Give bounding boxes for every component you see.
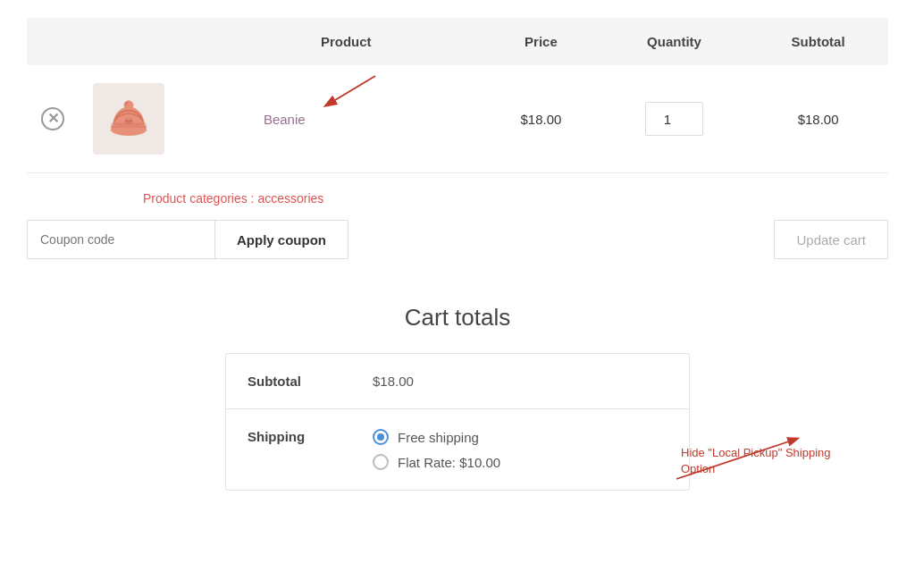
quantity-cell bbox=[600, 65, 748, 173]
shipping-label: Shipping bbox=[248, 429, 373, 444]
remove-cell: ✕ bbox=[27, 65, 79, 173]
subtotal-row: Subtotal $18.00 bbox=[226, 354, 689, 409]
col-image bbox=[79, 18, 249, 65]
svg-point-8 bbox=[130, 121, 131, 122]
col-price: Price bbox=[482, 18, 600, 65]
flat-rate-label: Flat Rate: $10.00 bbox=[398, 455, 500, 470]
product-name-cell: Beanie bbox=[249, 65, 482, 173]
shipping-option-flat[interactable]: Flat Rate: $10.00 bbox=[373, 454, 667, 470]
shipping-options: Free shipping Flat Rate: $10.00 bbox=[373, 429, 667, 470]
shipping-annotation-note: Hide "Local Pickup" Shipping Option bbox=[681, 445, 833, 477]
radio-flat-rate[interactable] bbox=[373, 454, 389, 470]
product-name-link[interactable]: Beanie bbox=[264, 112, 306, 127]
cart-row: ✕ bbox=[27, 65, 888, 173]
svg-rect-6 bbox=[125, 119, 133, 124]
cart-totals-box: Subtotal $18.00 Shipping Free shipping F… bbox=[225, 353, 690, 491]
product-annotation: Beanie bbox=[264, 112, 467, 127]
free-shipping-label: Free shipping bbox=[398, 430, 479, 445]
remove-item-button[interactable]: ✕ bbox=[41, 107, 64, 130]
update-cart-button[interactable]: Update cart bbox=[774, 220, 888, 259]
svg-point-7 bbox=[126, 121, 128, 122]
col-subtotal: Subtotal bbox=[748, 18, 888, 65]
col-quantity: Quantity bbox=[600, 18, 748, 65]
apply-coupon-button[interactable]: Apply coupon bbox=[214, 220, 348, 259]
product-arrow-annotation bbox=[317, 71, 389, 116]
subtotal-label: Subtotal bbox=[248, 374, 373, 389]
svg-line-9 bbox=[326, 76, 375, 105]
product-image-cell bbox=[79, 65, 249, 173]
beanie-image bbox=[105, 95, 153, 143]
coupon-left: Apply coupon bbox=[27, 220, 348, 259]
price-cell: $18.00 bbox=[482, 65, 600, 173]
cart-totals-title: Cart totals bbox=[405, 304, 511, 332]
close-icon: ✕ bbox=[47, 112, 59, 126]
page-container: Product Price Quantity Subtotal ✕ bbox=[0, 0, 915, 508]
product-thumbnail bbox=[93, 83, 164, 155]
coupon-code-input[interactable] bbox=[27, 220, 214, 259]
cart-table: Product Price Quantity Subtotal ✕ bbox=[27, 18, 888, 173]
product-categories-note: Product categories : accessories bbox=[143, 191, 888, 206]
coupon-row: Apply coupon Update cart bbox=[27, 220, 888, 259]
radio-free-shipping[interactable] bbox=[373, 429, 389, 445]
col-product: Product bbox=[249, 18, 482, 65]
shipping-options-container: Free shipping Flat Rate: $10.00 Hide "Lo… bbox=[373, 429, 667, 470]
subtotal-cell: $18.00 bbox=[748, 65, 888, 173]
svg-point-4 bbox=[124, 102, 129, 106]
shipping-option-free[interactable]: Free shipping bbox=[373, 429, 667, 445]
subtotal-value: $18.00 bbox=[373, 374, 667, 389]
quantity-input[interactable] bbox=[645, 102, 703, 136]
col-remove bbox=[27, 18, 79, 65]
shipping-row: Shipping Free shipping Flat Rate: $10.00 bbox=[226, 409, 689, 490]
cart-totals-section: Cart totals Subtotal $18.00 Shipping Fre… bbox=[27, 304, 888, 491]
